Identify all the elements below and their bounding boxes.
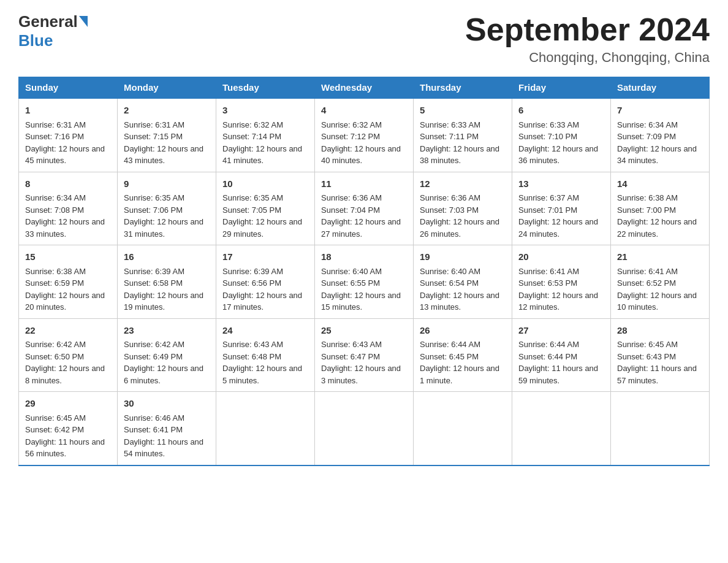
- day-info: Sunrise: 6:41 AMSunset: 6:52 PMDaylight:…: [617, 267, 697, 312]
- day-number: 11: [321, 177, 407, 191]
- header-friday: Friday: [512, 77, 611, 99]
- day-number: 20: [518, 250, 604, 264]
- calendar-cell: [512, 392, 611, 465]
- day-info: Sunrise: 6:39 AMSunset: 6:56 PMDaylight:…: [222, 267, 302, 312]
- page-header: General Blue September 2024 Chongqing, C…: [18, 12, 710, 66]
- day-number: 2: [124, 104, 210, 118]
- calendar-cell: 11Sunrise: 6:36 AMSunset: 7:04 PMDayligh…: [315, 172, 414, 245]
- day-number: 22: [25, 324, 111, 338]
- calendar-cell: 7Sunrise: 6:34 AMSunset: 7:09 PMDaylight…: [611, 98, 710, 172]
- day-number: 5: [420, 104, 506, 118]
- day-number: 29: [25, 397, 111, 411]
- calendar-week-row: 1Sunrise: 6:31 AMSunset: 7:16 PMDaylight…: [19, 98, 710, 172]
- day-info: Sunrise: 6:31 AMSunset: 7:15 PMDaylight:…: [124, 120, 203, 166]
- logo-blue-text: Blue: [18, 31, 53, 50]
- logo-arrow-icon: [79, 16, 88, 27]
- calendar-cell: 26Sunrise: 6:44 AMSunset: 6:45 PMDayligh…: [414, 318, 512, 392]
- day-number: 30: [124, 397, 210, 411]
- day-info: Sunrise: 6:45 AMSunset: 6:42 PMDaylight:…: [25, 413, 105, 459]
- day-info: Sunrise: 6:32 AMSunset: 7:14 PMDaylight:…: [222, 120, 302, 166]
- day-info: Sunrise: 6:37 AMSunset: 7:01 PMDaylight:…: [518, 193, 598, 239]
- calendar-cell: 19Sunrise: 6:40 AMSunset: 6:54 PMDayligh…: [414, 245, 512, 319]
- calendar-cell: 9Sunrise: 6:35 AMSunset: 7:06 PMDaylight…: [118, 172, 216, 245]
- calendar-cell: 23Sunrise: 6:42 AMSunset: 6:49 PMDayligh…: [118, 318, 216, 392]
- calendar-cell: 14Sunrise: 6:38 AMSunset: 7:00 PMDayligh…: [611, 172, 710, 245]
- day-number: 28: [617, 324, 703, 338]
- day-number: 14: [617, 177, 703, 191]
- day-info: Sunrise: 6:44 AMSunset: 6:44 PMDaylight:…: [518, 340, 598, 385]
- header-sunday: Sunday: [19, 77, 118, 99]
- day-number: 1: [25, 104, 111, 118]
- calendar-cell: 15Sunrise: 6:38 AMSunset: 6:59 PMDayligh…: [19, 245, 118, 319]
- calendar-cell: 25Sunrise: 6:43 AMSunset: 6:47 PMDayligh…: [315, 318, 414, 392]
- calendar-cell: 2Sunrise: 6:31 AMSunset: 7:15 PMDaylight…: [118, 98, 216, 172]
- calendar-cell: [611, 392, 710, 465]
- calendar-cell: 20Sunrise: 6:41 AMSunset: 6:53 PMDayligh…: [512, 245, 611, 319]
- day-number: 18: [321, 250, 407, 264]
- calendar-cell: 10Sunrise: 6:35 AMSunset: 7:05 PMDayligh…: [216, 172, 315, 245]
- day-info: Sunrise: 6:31 AMSunset: 7:16 PMDaylight:…: [25, 120, 105, 166]
- calendar-title: September 2024: [465, 12, 710, 47]
- day-number: 23: [124, 324, 210, 338]
- day-info: Sunrise: 6:44 AMSunset: 6:45 PMDaylight:…: [420, 340, 499, 385]
- day-number: 10: [222, 177, 308, 191]
- day-info: Sunrise: 6:32 AMSunset: 7:12 PMDaylight:…: [321, 120, 401, 166]
- calendar-cell: 18Sunrise: 6:40 AMSunset: 6:55 PMDayligh…: [315, 245, 414, 319]
- calendar-cell: [216, 392, 315, 465]
- day-info: Sunrise: 6:39 AMSunset: 6:58 PMDaylight:…: [124, 267, 203, 312]
- day-number: 21: [617, 250, 703, 264]
- day-number: 26: [420, 324, 506, 338]
- day-number: 16: [124, 250, 210, 264]
- day-info: Sunrise: 6:45 AMSunset: 6:43 PMDaylight:…: [617, 340, 697, 385]
- day-info: Sunrise: 6:35 AMSunset: 7:06 PMDaylight:…: [124, 193, 203, 239]
- day-info: Sunrise: 6:34 AMSunset: 7:09 PMDaylight:…: [617, 120, 697, 166]
- day-number: 4: [321, 104, 407, 118]
- day-info: Sunrise: 6:40 AMSunset: 6:54 PMDaylight:…: [420, 267, 499, 312]
- calendar-week-row: 8Sunrise: 6:34 AMSunset: 7:08 PMDaylight…: [19, 172, 710, 245]
- day-number: 9: [124, 177, 210, 191]
- header-wednesday: Wednesday: [315, 77, 414, 99]
- header-monday: Monday: [118, 77, 216, 99]
- day-info: Sunrise: 6:42 AMSunset: 6:50 PMDaylight:…: [25, 340, 105, 385]
- header-thursday: Thursday: [414, 77, 512, 99]
- day-number: 17: [222, 250, 308, 264]
- calendar-cell: 30Sunrise: 6:46 AMSunset: 6:41 PMDayligh…: [118, 392, 216, 465]
- calendar-cell: 28Sunrise: 6:45 AMSunset: 6:43 PMDayligh…: [611, 318, 710, 392]
- day-info: Sunrise: 6:38 AMSunset: 7:00 PMDaylight:…: [617, 193, 697, 239]
- day-number: 13: [518, 177, 604, 191]
- calendar-title-area: September 2024 Chongqing, Chongqing, Chi…: [465, 12, 710, 66]
- calendar-cell: 17Sunrise: 6:39 AMSunset: 6:56 PMDayligh…: [216, 245, 315, 319]
- day-number: 6: [518, 104, 604, 118]
- calendar-cell: 24Sunrise: 6:43 AMSunset: 6:48 PMDayligh…: [216, 318, 315, 392]
- day-info: Sunrise: 6:36 AMSunset: 7:04 PMDaylight:…: [321, 193, 401, 239]
- calendar-cell: 1Sunrise: 6:31 AMSunset: 7:16 PMDaylight…: [19, 98, 118, 172]
- calendar-cell: 3Sunrise: 6:32 AMSunset: 7:14 PMDaylight…: [216, 98, 315, 172]
- day-info: Sunrise: 6:42 AMSunset: 6:49 PMDaylight:…: [124, 340, 203, 385]
- day-number: 27: [518, 324, 604, 338]
- calendar-cell: [315, 392, 414, 465]
- calendar-cell: 4Sunrise: 6:32 AMSunset: 7:12 PMDaylight…: [315, 98, 414, 172]
- day-info: Sunrise: 6:38 AMSunset: 6:59 PMDaylight:…: [25, 267, 105, 312]
- day-number: 12: [420, 177, 506, 191]
- calendar-week-row: 15Sunrise: 6:38 AMSunset: 6:59 PMDayligh…: [19, 245, 710, 319]
- calendar-cell: 27Sunrise: 6:44 AMSunset: 6:44 PMDayligh…: [512, 318, 611, 392]
- header-tuesday: Tuesday: [216, 77, 315, 99]
- day-info: Sunrise: 6:33 AMSunset: 7:10 PMDaylight:…: [518, 120, 598, 166]
- calendar-cell: 5Sunrise: 6:33 AMSunset: 7:11 PMDaylight…: [414, 98, 512, 172]
- day-number: 3: [222, 104, 308, 118]
- calendar-cell: 16Sunrise: 6:39 AMSunset: 6:58 PMDayligh…: [118, 245, 216, 319]
- calendar-header-row: SundayMondayTuesdayWednesdayThursdayFrid…: [19, 77, 710, 99]
- calendar-cell: 6Sunrise: 6:33 AMSunset: 7:10 PMDaylight…: [512, 98, 611, 172]
- calendar-cell: 13Sunrise: 6:37 AMSunset: 7:01 PMDayligh…: [512, 172, 611, 245]
- day-number: 25: [321, 324, 407, 338]
- day-info: Sunrise: 6:43 AMSunset: 6:48 PMDaylight:…: [222, 340, 302, 385]
- day-number: 15: [25, 250, 111, 264]
- day-info: Sunrise: 6:33 AMSunset: 7:11 PMDaylight:…: [420, 120, 499, 166]
- day-info: Sunrise: 6:41 AMSunset: 6:53 PMDaylight:…: [518, 267, 598, 312]
- day-info: Sunrise: 6:35 AMSunset: 7:05 PMDaylight:…: [222, 193, 302, 239]
- day-number: 19: [420, 250, 506, 264]
- logo: General Blue: [18, 12, 88, 50]
- day-info: Sunrise: 6:34 AMSunset: 7:08 PMDaylight:…: [25, 193, 105, 239]
- calendar-cell: 22Sunrise: 6:42 AMSunset: 6:50 PMDayligh…: [19, 318, 118, 392]
- day-number: 7: [617, 104, 703, 118]
